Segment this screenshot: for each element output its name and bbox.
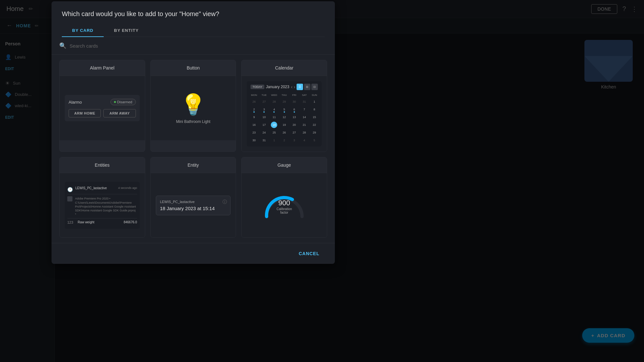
gauge-card-title: Gauge — [242, 157, 327, 173]
calendar-controls: ‹ › ☰ ⊞ ⊟ — [291, 84, 318, 90]
card-option-gauge[interactable]: Gauge 900 — [241, 157, 327, 238]
cal-day-1next: 1 — [271, 137, 277, 144]
cal-day-3next: 3 — [291, 137, 298, 144]
entity-display-name: LEWIS_PC_lastactive — [160, 200, 227, 204]
gauge-value-display: 900 Calibration factor — [273, 199, 296, 214]
cal-day-2next: 2 — [281, 137, 288, 144]
gauge-preview-inner: 900 Calibration factor — [262, 192, 307, 218]
cal-prev-icon[interactable]: ‹ — [291, 84, 293, 89]
search-input[interactable] — [70, 43, 327, 49]
cal-day-2: 2 — [251, 106, 257, 113]
cal-day-30: 30 — [251, 137, 257, 144]
cal-day-4: 4 — [271, 106, 277, 113]
cal-day-3: 3 — [261, 106, 267, 113]
cal-day-26prev: 26 — [251, 98, 257, 105]
bulb-icon: 💡 — [180, 93, 206, 117]
cal-day-8: 8 — [311, 106, 317, 113]
cal-header-tue: TUE — [260, 93, 269, 97]
cards-grid: Alarm Panel Alarmo Disarmed — [59, 60, 327, 238]
alarm-panel-preview: Alarmo Disarmed ARM HOME ARM AWAY — [60, 76, 145, 140]
modal-header: Which card would you like to add to your… — [52, 1, 335, 37]
cal-day-14: 14 — [301, 114, 308, 120]
cal-day-11: 11 — [271, 114, 277, 120]
card-option-alarm-panel[interactable]: Alarm Panel Alarmo Disarmed — [59, 60, 145, 152]
modal-tabs: BY CARD BY ENTITY — [62, 24, 325, 37]
card-option-button[interactable]: Button 💡 Mini Bathroom Light — [150, 60, 236, 152]
cal-day-20: 20 — [291, 122, 298, 128]
cal-view-week[interactable]: ⊟ — [311, 84, 318, 90]
alarm-name: Alarmo — [69, 100, 82, 105]
cal-day-13: 13 — [291, 114, 298, 120]
alarm-arm-home-btn[interactable]: ARM HOME — [69, 109, 101, 117]
card-option-calendar[interactable]: Calendar TODAY January 2023 ‹ › ☰ — [241, 60, 327, 152]
button-card-preview: 💡 Mini Bathroom Light — [151, 76, 236, 140]
calendar-title: January 2023 — [266, 85, 289, 89]
add-card-modal: Which card would you like to add to your… — [52, 1, 335, 264]
cal-header-mon: MON — [249, 93, 259, 97]
cal-day-5: 5 — [281, 106, 288, 113]
gauge-card-preview: 900 Calibration factor — [242, 173, 327, 237]
cal-day-15: 15 — [311, 114, 317, 120]
cancel-button[interactable]: CANCEL — [294, 248, 325, 259]
alarm-preview-inner: Alarmo Disarmed ARM HOME ARM AWAY — [65, 95, 140, 121]
gauge-number: 900 — [273, 199, 296, 207]
cal-day-17: 17 — [261, 122, 267, 128]
alarm-buttons: ARM HOME ARM AWAY — [69, 109, 136, 117]
cal-day-27: 27 — [291, 129, 298, 136]
cal-day-25: 25 — [271, 129, 277, 136]
button-preview-inner: 💡 Mini Bathroom Light — [176, 93, 211, 124]
cal-day-22: 22 — [311, 122, 317, 128]
cal-header-wed: WED — [270, 93, 279, 97]
entity-details-2: Adobe Premiere Pro 2020 • C:\Users\Lewis… — [75, 196, 137, 216]
entity-row-3: 123 Raw weight 846676.0 — [67, 218, 137, 226]
cal-day-30prev: 30 — [291, 98, 298, 105]
entities-card-title: Entities — [60, 157, 145, 173]
cal-day-19: 19 — [281, 122, 288, 128]
cal-day-29: 29 — [311, 129, 317, 136]
modal-footer: CANCEL — [52, 243, 335, 264]
alarm-badge-label: Disarmed — [117, 100, 132, 104]
cal-day-26: 26 — [281, 129, 288, 136]
entity-name-1: LEWIS_PC_lastactive — [75, 186, 116, 190]
cal-day-29prev: 29 — [281, 98, 288, 105]
cal-day-7: 7 — [301, 106, 308, 113]
cards-scroll-area[interactable]: Alarm Panel Alarmo Disarmed — [52, 55, 335, 243]
cal-day-1: 1 — [311, 98, 317, 105]
alarm-panel-title: Alarm Panel — [60, 60, 145, 76]
alarm-arm-away-btn[interactable]: ARM AWAY — [103, 109, 136, 117]
entity-raw-weight-value: 846676.0 — [124, 220, 137, 224]
search-icon: 🔍 — [59, 42, 66, 49]
cal-header-sat: SAT — [300, 93, 309, 97]
calendar-card-preview: TODAY January 2023 ‹ › ☰ ⊞ ⊟ — [242, 76, 327, 152]
cal-view-list[interactable]: ☰ — [297, 84, 303, 90]
card-option-entity[interactable]: Entity LEWIS_PC_lastactive 18 January 20… — [150, 157, 236, 238]
entity-file-icon — [67, 196, 72, 201]
cal-day-31prev: 31 — [301, 98, 308, 105]
button-card-title: Button — [151, 60, 236, 76]
cal-day-12: 12 — [281, 114, 288, 120]
calendar-header: TODAY January 2023 ‹ › ☰ ⊞ ⊟ — [249, 84, 319, 90]
entity-clock-icon: 🕐 — [67, 187, 73, 192]
cal-day-6: 6 — [291, 106, 298, 113]
search-bar: 🔍 — [52, 37, 335, 55]
today-button[interactable]: TODAY — [251, 85, 264, 89]
entities-preview-inner: 🕐 LEWIS_PC_lastactive 4 seconds ago — [65, 182, 140, 229]
tab-by-entity[interactable]: BY ENTITY — [104, 24, 149, 37]
cal-day-23: 23 — [251, 129, 257, 136]
entity-display-value: 18 January 2023 at 15:14 — [160, 206, 227, 211]
cal-day-21: 21 — [301, 122, 308, 128]
tab-by-card[interactable]: BY CARD — [62, 24, 104, 37]
alarm-header-row: Alarmo Disarmed — [69, 99, 136, 105]
cal-day-4next: 4 — [301, 137, 308, 144]
cal-day-31: 31 — [261, 137, 267, 144]
cal-day-24: 24 — [261, 129, 267, 136]
calendar-card-title: Calendar — [242, 60, 327, 76]
entity-details-1: LEWIS_PC_lastactive — [75, 186, 116, 190]
cal-next-icon[interactable]: › — [294, 84, 295, 89]
card-option-entities[interactable]: Entities 🕐 LEWIS_PC_lastactive 4 seconds… — [59, 157, 145, 238]
entity-card-preview-inner: LEWIS_PC_lastactive 18 January 2023 at 1… — [156, 196, 231, 215]
cal-day-18-today: 18 — [271, 122, 277, 128]
cal-view-month[interactable]: ⊞ — [304, 84, 310, 90]
entity-num-icon: 123 — [67, 220, 73, 224]
cal-day-27prev: 27 — [261, 98, 267, 105]
